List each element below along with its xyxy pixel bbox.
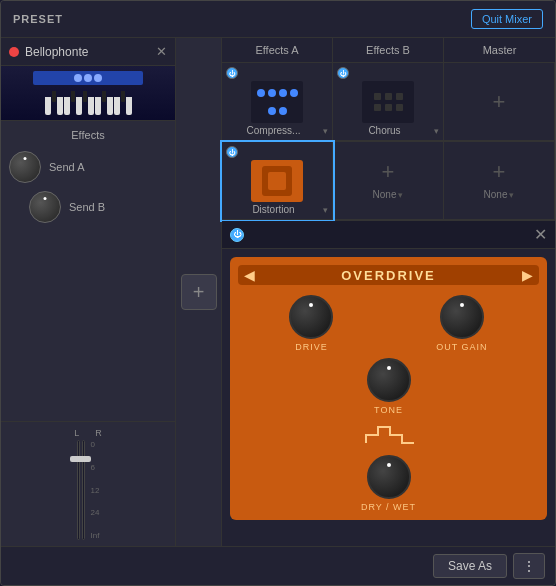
send-a-row: Send A: [9, 151, 167, 183]
overdrive-title: OVERDRIVE: [341, 268, 436, 283]
plus-icon: +: [493, 89, 506, 115]
plugin-panel: ⏻ ✕ ◀ OVERDRIVE ▶ DRIVE: [222, 221, 555, 546]
track-header: Bellophonte ✕: [1, 38, 175, 66]
right-panel: Effects A Effects B Master ⏻: [222, 38, 555, 546]
none-slot-b[interactable]: + None ▾: [333, 142, 444, 220]
content-area: Bellophonte ✕: [1, 38, 555, 546]
compressor-thumbnail: [251, 81, 303, 123]
knob-dot: [387, 366, 391, 370]
step-wave-icon: [364, 423, 414, 447]
synth-keys: [45, 97, 132, 115]
close-icon[interactable]: ✕: [156, 44, 167, 59]
distortion-arrow: ▾: [323, 205, 328, 215]
effect-power-distortion[interactable]: ⏻: [226, 146, 238, 158]
knob-dot: [309, 303, 313, 307]
out-gain-label: OUT GAIN: [436, 342, 487, 352]
fader-track-left[interactable]: [77, 440, 80, 540]
knob-dot: [460, 303, 464, 307]
track-indicator: [9, 47, 19, 57]
effects-a-header: Effects A: [222, 38, 333, 62]
add-icon: +: [193, 281, 205, 304]
tone-group: TONE: [367, 358, 411, 415]
dry-wet-knob-group: DRY / WET: [238, 455, 539, 512]
send-b-knob[interactable]: [29, 191, 61, 223]
send-a-knob[interactable]: [9, 151, 41, 183]
drive-knob-group: DRIVE: [289, 295, 333, 352]
fader-mark: 12: [91, 486, 100, 495]
save-as-button[interactable]: Save As: [433, 554, 507, 578]
wet-group: DRY / WET: [361, 455, 416, 512]
effects-section-title: Effects: [9, 129, 167, 141]
distortion-thumbnail: [251, 160, 303, 202]
knob-dot: [44, 197, 47, 200]
overdrive-next-button[interactable]: ▶: [522, 267, 533, 283]
left-panel: Bellophonte ✕: [1, 38, 176, 546]
chorus-thumbnail: [362, 81, 414, 123]
overdrive-header: ◀ OVERDRIVE ▶: [238, 265, 539, 285]
synth-visual: [1, 66, 175, 120]
fader-container: 0 6 12 24 Inf: [9, 440, 167, 540]
add-track-button[interactable]: +: [181, 274, 217, 310]
fader-mark: 24: [91, 508, 100, 517]
effect-slot-chorus[interactable]: ⏻ Chorus: [333, 63, 444, 141]
overdrive-knobs-row: DRIVE OUT GAIN: [238, 295, 539, 352]
fader-handle-right[interactable]: [75, 456, 91, 462]
main-window: PRESET Quit Mixer Bellophonte ✕: [0, 0, 556, 586]
plugin-close-button[interactable]: ✕: [534, 225, 547, 244]
effect-slot-distortion[interactable]: ⏻ Distortion ▾: [222, 142, 333, 220]
effects-grid-header: Effects A Effects B Master: [222, 38, 555, 63]
fader-marks: 0 6 12 24 Inf: [91, 440, 100, 540]
effect-power-chorus[interactable]: ⏻: [337, 67, 349, 79]
knob-dot: [24, 157, 27, 160]
plugin-power-button[interactable]: ⏻: [230, 228, 244, 242]
track-thumbnail: [1, 66, 175, 121]
quit-mixer-button[interactable]: Quit Mixer: [471, 9, 543, 29]
chorus-label: Chorus: [337, 125, 432, 136]
distortion-label: Distortion: [226, 204, 321, 215]
drive-label: DRIVE: [295, 342, 328, 352]
fader-pair: [77, 440, 85, 540]
add-track-area: +: [176, 38, 222, 546]
out-gain-knob[interactable]: [440, 295, 484, 339]
right-label: R: [95, 428, 102, 438]
compressor-label: Compress...: [226, 125, 321, 136]
effect-power-compressor[interactable]: ⏻: [226, 67, 238, 79]
effects-row-2: ⏻ Distortion ▾ +: [222, 142, 555, 221]
overdrive-prev-button[interactable]: ◀: [244, 267, 255, 283]
plugin-topbar: ⏻ ✕: [222, 221, 555, 249]
overdrive-body: ◀ OVERDRIVE ▶ DRIVE: [230, 257, 547, 520]
tone-knob-group: TONE: [238, 358, 539, 415]
top-bar: PRESET Quit Mixer: [1, 1, 555, 38]
compressor-arrow: ▾: [323, 126, 328, 136]
tone-knob[interactable]: [367, 358, 411, 402]
fader-mark: 0: [91, 440, 100, 449]
fader-section: L R 0 6 12: [1, 422, 175, 546]
chorus-label-row: Chorus ▾: [337, 125, 439, 136]
out-gain-knob-group: OUT GAIN: [436, 295, 487, 352]
master-plus-slot-1[interactable]: +: [444, 63, 555, 141]
send-a-label: Send A: [49, 161, 84, 173]
plus-icon-b: +: [382, 159, 395, 185]
drive-knob[interactable]: [289, 295, 333, 339]
chorus-arrow: ▾: [434, 126, 439, 136]
send-b-label: Send B: [69, 201, 105, 213]
knob-dot: [387, 463, 391, 467]
effect-slot-compressor[interactable]: ⏻ Compress... ▾: [222, 63, 333, 141]
dry-wet-knob[interactable]: [367, 455, 411, 499]
effects-section: Effects Send A Send B: [1, 121, 175, 422]
more-button[interactable]: ⋮: [513, 553, 545, 579]
lr-labels: L R: [74, 428, 102, 438]
distortion-label-row: Distortion ▾: [226, 204, 328, 215]
fader-mark: Inf: [91, 531, 100, 540]
fader-track-right[interactable]: [82, 440, 85, 540]
preset-label: PRESET: [13, 13, 63, 25]
plus-icon-master-2: +: [493, 159, 506, 185]
tone-label: TONE: [374, 405, 403, 415]
effects-b-header: Effects B: [333, 38, 444, 62]
none-slot-master-2[interactable]: + None ▾: [444, 142, 555, 220]
fader-mark: 6: [91, 463, 100, 472]
step-wave-row: [238, 423, 539, 447]
effects-row-1: ⏻ Compress... ▾: [222, 63, 555, 142]
dry-wet-label: DRY / WET: [361, 502, 416, 512]
compressor-label-row: Compress... ▾: [226, 125, 328, 136]
